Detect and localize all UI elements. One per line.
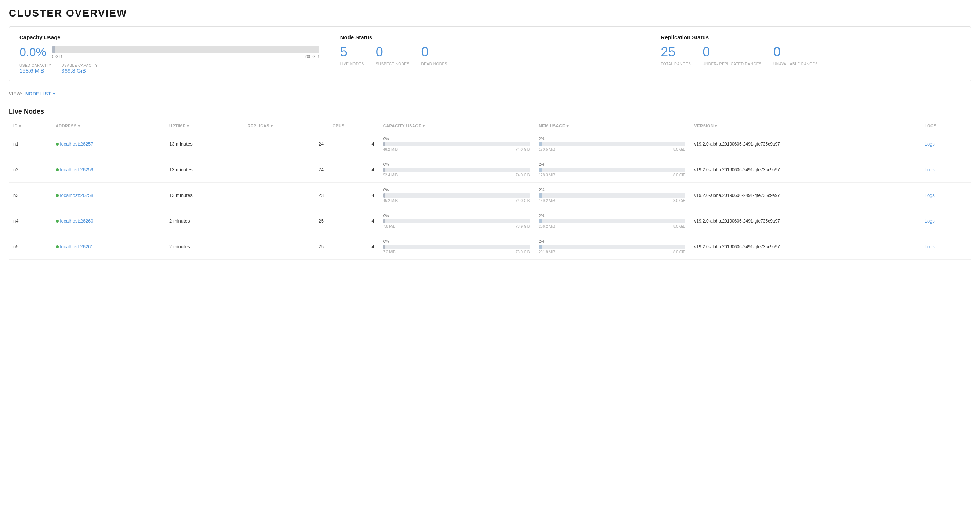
replication-metric: 0UNAVAILABLE RANGES: [773, 46, 818, 67]
node-address-link[interactable]: localhost:26258: [60, 193, 94, 198]
node-metric-value: 0: [376, 46, 410, 59]
mem-usage-track: [539, 245, 686, 249]
mem-total-label: 8.0 GiB: [673, 173, 685, 177]
node-address[interactable]: localhost:26258: [51, 182, 165, 208]
col-header-replicas[interactable]: REPLICAS▼: [243, 120, 328, 131]
logs-link[interactable]: Logs: [924, 141, 935, 147]
node-status-title: Node Status: [340, 34, 640, 40]
col-header-mem_usage[interactable]: MEM USAGE▼: [535, 120, 690, 131]
usable-capacity-value: 369.8 GiB: [61, 68, 98, 74]
capacity-usage-fill: [383, 168, 385, 172]
logs-link[interactable]: Logs: [924, 244, 935, 249]
node-metric-label: DEAD NODES: [422, 62, 447, 67]
capacity-usage-track: [383, 168, 530, 172]
live-indicator: [56, 143, 59, 146]
node-id: n1: [9, 131, 51, 157]
mem-pct-label: 2%: [539, 239, 686, 244]
node-address[interactable]: localhost:26259: [51, 157, 165, 182]
node-uptime: 2 minutes: [165, 208, 243, 234]
node-address-link[interactable]: localhost:26257: [60, 141, 94, 147]
mem-usage-bar: 2% 201.8 MiB 8.0 GiB: [539, 239, 686, 254]
replication-metric: 25TOTAL RANGES: [661, 46, 691, 67]
node-replicas: 25: [243, 234, 328, 260]
capacity-usage-bar: 0% 52.4 MiB 74.0 GiB: [383, 162, 530, 177]
capacity-usage-labels: 7.2 MiB 73.9 GiB: [383, 250, 530, 254]
capacity-total-label: 74.0 GiB: [516, 199, 530, 203]
mem-usage-bar: 2% 178.3 MiB 8.0 GiB: [539, 162, 686, 177]
replication-metric-value: 0: [703, 46, 762, 59]
table-row: n3localhost:2625813 minutes234 0% 45.2 M…: [9, 182, 971, 208]
capacity-usage-labels: 46.2 MiB 74.0 GiB: [383, 147, 530, 151]
col-header-version[interactable]: VERSION▼: [690, 120, 920, 131]
capacity-used-label: 7.6 MiB: [383, 224, 396, 228]
capacity-percent: 0.0%: [19, 46, 46, 59]
col-header-address[interactable]: ADDRESS▼: [51, 120, 165, 131]
mem-usage-track: [539, 193, 686, 198]
node-metric: 0SUSPECT NODES: [376, 46, 410, 67]
mem-pct-label: 2%: [539, 214, 686, 218]
mem-usage-labels: 169.2 MiB 8.0 GiB: [539, 199, 686, 203]
col-header-capacity_usage[interactable]: CAPACITY USAGE▼: [379, 120, 535, 131]
page-title: CLUSTER OVERVIEW: [9, 7, 971, 19]
capacity-usage-fill: [383, 142, 385, 146]
node-address-link[interactable]: localhost:26260: [60, 218, 94, 224]
node-address[interactable]: localhost:26260: [51, 208, 165, 234]
mem-pct-label: 2%: [539, 188, 686, 192]
live-indicator: [56, 220, 59, 223]
capacity-usage-labels: 7.6 MiB 73.9 GiB: [383, 224, 530, 228]
col-header-id[interactable]: ID▼: [9, 120, 51, 131]
logs-link[interactable]: Logs: [924, 218, 935, 224]
mem-usage-bar: 2% 170.5 MiB 8.0 GiB: [539, 136, 686, 151]
node-mem-usage: 2% 170.5 MiB 8.0 GiB: [535, 131, 690, 157]
view-selected: NODE LIST: [25, 91, 51, 97]
node-address[interactable]: localhost:26261: [51, 234, 165, 260]
view-dropdown[interactable]: NODE LIST ▼: [25, 91, 56, 97]
node-metric-value: 5: [340, 46, 364, 59]
node-metric: 0DEAD NODES: [422, 46, 447, 67]
summary-row: Capacity Usage 0.0% 0 GiB 200 GiB USED C…: [9, 26, 971, 81]
node-id: n2: [9, 157, 51, 182]
node-logs[interactable]: Logs: [920, 157, 971, 182]
live-nodes-title: Live Nodes: [9, 105, 971, 116]
mem-used-label: 170.5 MiB: [539, 147, 555, 151]
mem-usage-fill: [539, 245, 542, 249]
replication-status-title: Replication Status: [661, 34, 961, 40]
sort-icon: ▼: [18, 124, 22, 128]
replication-metric-label: TOTAL RANGES: [661, 62, 691, 67]
capacity-usage-fill: [383, 219, 385, 223]
node-mem-usage: 2% 206.2 MiB 8.0 GiB: [535, 208, 690, 234]
mem-used-label: 201.8 MiB: [539, 250, 555, 254]
capacity-usage-track: [383, 245, 530, 249]
sort-icon: ▼: [714, 124, 718, 128]
node-status-card: Node Status 5LIVE NODES0SUSPECT NODES0DE…: [330, 27, 651, 81]
mem-usage-bar: 2% 206.2 MiB 8.0 GiB: [539, 214, 686, 228]
capacity-pct-label: 0%: [383, 214, 530, 218]
node-logs[interactable]: Logs: [920, 234, 971, 260]
sort-icon: ▼: [270, 124, 274, 128]
capacity-pct-label: 0%: [383, 188, 530, 192]
col-header-uptime[interactable]: UPTIME▼: [165, 120, 243, 131]
node-logs[interactable]: Logs: [920, 182, 971, 208]
node-address-link[interactable]: localhost:26261: [60, 244, 94, 249]
capacity-usage-track: [383, 219, 530, 223]
capacity-used-label: 46.2 MiB: [383, 147, 398, 151]
capacity-usage-title: Capacity Usage: [19, 34, 319, 40]
node-address[interactable]: localhost:26257: [51, 131, 165, 157]
logs-link[interactable]: Logs: [924, 167, 935, 172]
mem-total-label: 8.0 GiB: [673, 147, 685, 151]
logs-link[interactable]: Logs: [924, 193, 935, 198]
capacity-pct-label: 0%: [383, 162, 530, 166]
node-logs[interactable]: Logs: [920, 208, 971, 234]
sort-icon: ▼: [78, 124, 81, 128]
sort-icon: ▼: [422, 124, 425, 128]
nodes-table-header: ID▼ADDRESS▼UPTIME▼REPLICAS▼CPUSCAPACITY …: [9, 120, 971, 131]
nodes-table: ID▼ADDRESS▼UPTIME▼REPLICAS▼CPUSCAPACITY …: [9, 120, 971, 260]
capacity-pct-label: 0%: [383, 136, 530, 141]
capacity-usage-bar: 0% 7.2 MiB 73.9 GiB: [383, 239, 530, 254]
node-mem-usage: 2% 178.3 MiB 8.0 GiB: [535, 157, 690, 182]
node-replicas: 24: [243, 131, 328, 157]
node-address-link[interactable]: localhost:26259: [60, 167, 94, 172]
capacity-usage-labels: 52.4 MiB 74.0 GiB: [383, 173, 530, 177]
node-cpus: 4: [328, 182, 379, 208]
node-logs[interactable]: Logs: [920, 131, 971, 157]
